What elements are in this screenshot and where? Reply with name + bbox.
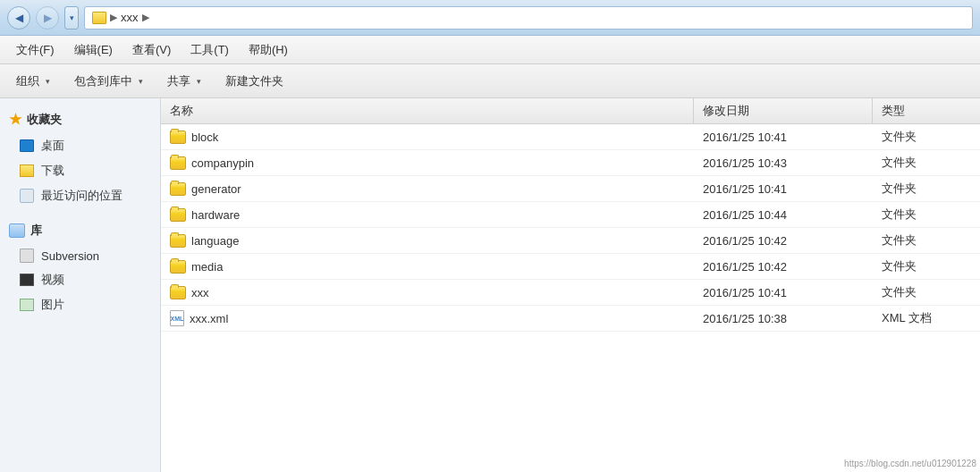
file-date: 2016/1/25 10:41 xyxy=(703,182,787,196)
toolbar: 组织 ▾ 包含到库中 ▾ 共享 ▾ 新建文件夹 xyxy=(0,64,980,98)
file-name-cell: xxx xyxy=(161,280,694,305)
table-row[interactable]: block 2016/1/25 10:41 文件夹 xyxy=(161,124,980,150)
file-type-cell: 文件夹 xyxy=(873,280,980,305)
file-name-cell: block xyxy=(161,124,694,149)
file-name: language xyxy=(191,234,240,248)
sidebar-item-image[interactable]: 图片 xyxy=(0,292,160,317)
download-icon xyxy=(20,164,34,177)
include-library-dropdown-icon[interactable]: ▾ xyxy=(136,73,146,89)
sidebar-video-label: 视频 xyxy=(41,272,64,288)
xml-file-icon: XML xyxy=(170,310,184,326)
new-folder-button[interactable]: 新建文件夹 xyxy=(216,70,292,93)
sidebar-item-video[interactable]: 视频 xyxy=(0,267,160,292)
file-name-cell: hardware xyxy=(161,202,694,227)
sidebar-subversion-label: Subversion xyxy=(41,249,99,263)
col-header-name[interactable]: 名称 xyxy=(161,98,694,123)
address-bar[interactable]: ▶ xxx ▶ xyxy=(84,6,973,30)
title-bar: ◀ ▶ ▾ ▶ xxx ▶ xyxy=(0,0,980,36)
sidebar-item-subversion[interactable]: Subversion xyxy=(0,244,160,267)
include-library-label: 包含到库中 xyxy=(74,73,132,89)
sidebar-item-desktop[interactable]: 桌面 xyxy=(0,133,160,158)
file-type-cell: 文件夹 xyxy=(873,150,980,175)
file-date-cell: 2016/1/25 10:41 xyxy=(694,176,873,201)
table-row[interactable]: hardware 2016/1/25 10:44 文件夹 xyxy=(161,202,980,228)
image-icon xyxy=(20,299,34,311)
watermark: https://blog.csdn.net/u012901228 xyxy=(844,459,976,468)
file-type-cell: 文件夹 xyxy=(873,202,980,227)
desktop-icon xyxy=(20,139,34,152)
file-type: 文件夹 xyxy=(882,284,917,300)
col-header-date[interactable]: 修改日期 xyxy=(694,98,873,123)
file-type-cell: 文件夹 xyxy=(873,124,980,149)
folder-icon xyxy=(170,234,186,248)
file-name-cell: language xyxy=(161,228,694,253)
table-row[interactable]: xxx 2016/1/25 10:41 文件夹 xyxy=(161,280,980,306)
new-folder-label: 新建文件夹 xyxy=(225,73,283,89)
menu-tools[interactable]: 工具(T) xyxy=(182,38,238,62)
file-date: 2016/1/25 10:38 xyxy=(703,312,787,325)
file-type-cell: 文件夹 xyxy=(873,176,980,201)
file-name: xxx.xml xyxy=(190,312,228,325)
back-button[interactable]: ◀ xyxy=(7,6,30,30)
file-type: XML 文档 xyxy=(882,310,932,326)
file-type: 文件夹 xyxy=(882,206,917,223)
address-separator2: ▶ xyxy=(142,12,149,23)
menu-file[interactable]: 文件(F) xyxy=(7,38,63,62)
file-type-cell: 文件夹 xyxy=(873,254,980,279)
file-name-cell: generator xyxy=(161,176,694,201)
share-button[interactable]: 共享 ▾ xyxy=(158,70,213,93)
file-date: 2016/1/25 10:41 xyxy=(703,131,787,144)
organize-label: 组织 xyxy=(16,73,39,89)
menu-edit[interactable]: 编辑(E) xyxy=(65,38,122,62)
col-header-type[interactable]: 类型 xyxy=(873,98,980,123)
organize-button[interactable]: 组织 ▾ xyxy=(7,70,62,93)
file-name-cell: companypin xyxy=(161,150,694,175)
menu-bar: 文件(F) 编辑(E) 查看(V) 工具(T) 帮助(H) xyxy=(0,36,980,64)
folder-icon xyxy=(170,131,186,144)
file-date: 2016/1/25 10:42 xyxy=(703,260,787,274)
table-row[interactable]: XML xxx.xml 2016/1/25 10:38 XML 文档 xyxy=(161,306,980,332)
file-date-cell: 2016/1/25 10:41 xyxy=(694,280,873,305)
sidebar-item-download[interactable]: 下载 xyxy=(0,158,160,183)
include-library-button[interactable]: 包含到库中 ▾ xyxy=(65,70,155,93)
file-type: 文件夹 xyxy=(882,258,917,274)
sidebar-desktop-label: 桌面 xyxy=(41,138,64,154)
library-label: 库 xyxy=(30,223,42,239)
file-list: block 2016/1/25 10:41 文件夹 companypin 201… xyxy=(161,124,980,332)
forward-button[interactable]: ▶ xyxy=(36,6,59,30)
file-type: 文件夹 xyxy=(882,129,917,145)
column-headers: 名称 修改日期 类型 xyxy=(161,98,980,124)
file-type: 文件夹 xyxy=(882,181,917,197)
table-row[interactable]: language 2016/1/25 10:42 文件夹 xyxy=(161,228,980,254)
file-name: generator xyxy=(191,182,241,196)
main-layout: ★ 收藏夹 桌面 下载 最近访问的位置 库 Subversion 视频 xyxy=(0,98,980,472)
organize-dropdown-icon[interactable]: ▾ xyxy=(43,73,53,89)
star-icon: ★ xyxy=(9,111,21,128)
file-name: block xyxy=(191,131,218,144)
subversion-icon xyxy=(20,249,34,263)
sidebar-download-label: 下载 xyxy=(41,163,64,179)
file-date: 2016/1/25 10:43 xyxy=(703,156,787,170)
file-date: 2016/1/25 10:42 xyxy=(703,234,787,248)
video-icon xyxy=(20,274,34,286)
share-dropdown-icon[interactable]: ▾ xyxy=(194,73,204,89)
file-date-cell: 2016/1/25 10:42 xyxy=(694,228,873,253)
sidebar-item-recent[interactable]: 最近访问的位置 xyxy=(0,183,160,208)
library-section-header: 库 xyxy=(0,217,160,244)
content-pane: 名称 修改日期 类型 block 2016/1/25 10:41 文件夹 com… xyxy=(161,98,980,472)
file-type-cell: 文件夹 xyxy=(873,228,980,253)
file-type-cell: XML 文档 xyxy=(873,306,980,331)
folder-icon xyxy=(170,156,186,170)
folder-icon xyxy=(170,182,186,196)
file-name: media xyxy=(191,260,223,274)
table-row[interactable]: media 2016/1/25 10:42 文件夹 xyxy=(161,254,980,280)
nav-dropdown-button[interactable]: ▾ xyxy=(64,6,79,30)
address-path: xxx xyxy=(121,11,139,24)
table-row[interactable]: generator 2016/1/25 10:41 文件夹 xyxy=(161,176,980,202)
menu-help[interactable]: 帮助(H) xyxy=(240,38,297,62)
file-name-cell: XML xxx.xml xyxy=(161,306,694,331)
folder-icon xyxy=(170,260,186,274)
file-name-cell: media xyxy=(161,254,694,279)
table-row[interactable]: companypin 2016/1/25 10:43 文件夹 xyxy=(161,150,980,176)
menu-view[interactable]: 查看(V) xyxy=(123,38,180,62)
